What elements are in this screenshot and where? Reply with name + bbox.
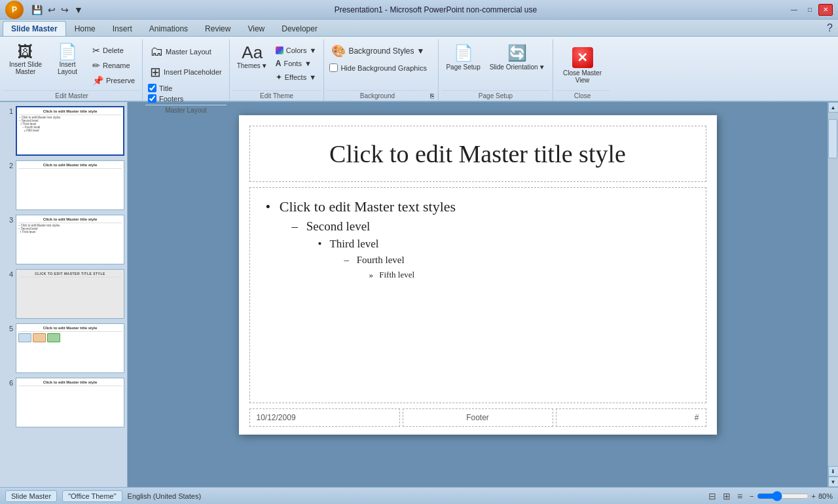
footer-page[interactable]: # [556, 408, 706, 427]
colors-button[interactable]: Colors ▼ [272, 45, 320, 56]
effects-button[interactable]: ✦ Effects ▼ [272, 71, 320, 84]
close-group-label: Close [556, 90, 610, 101]
scroll-down-arrow[interactable]: ▼ [828, 477, 839, 487]
scroll-down-double[interactable]: ⬇ [828, 466, 839, 477]
slide-sorter-button[interactable]: ⊞ [721, 490, 733, 502]
master-layout-group: 🗂 Master Layout ⊞ Insert Placeholder Tit… [143, 39, 230, 101]
slide-orientation-icon: 🔄 [507, 44, 527, 62]
preserve-icon: 📌 [92, 75, 103, 86]
preserve-button[interactable]: 📌 Preserve [89, 73, 138, 88]
customize-icon[interactable]: ▼ [73, 3, 84, 16]
effects-icon: ✦ [276, 73, 282, 82]
slide-thumb-1[interactable]: 1 Click to edit Master title style – Cli… [3, 106, 124, 156]
zoom-percent[interactable]: 80% [818, 492, 833, 500]
master-layout-content: 🗂 Master Layout ⊞ Insert Placeholder Tit… [145, 41, 227, 105]
slide-title-area[interactable]: Click to edit Master title style [249, 126, 706, 182]
content-level4-text: Fourth level [357, 255, 405, 265]
slide-thumb-2[interactable]: 2 Click to edit Master title style [3, 160, 124, 210]
fonts-icon: A [276, 59, 282, 68]
slide-thumb-4[interactable]: 4 CLICK TO EDIT MASTER TITLE STYLE [3, 269, 124, 319]
page-setup-group: 📄 Page Setup 🔄 Slide Orientation ▼ Page … [439, 39, 553, 101]
content-level3-text: Third level [329, 238, 378, 250]
delete-button[interactable]: ✂ Delete [89, 43, 138, 58]
delete-icon: ✂ [92, 45, 100, 56]
footer-date[interactable]: 10/12/2009 [249, 408, 400, 427]
slide-thumb-5[interactable]: 5 Click to edit Master title style [3, 323, 124, 373]
slide-content-area[interactable]: • Click to edit Master text styles – Sec… [249, 187, 706, 403]
tab-home[interactable]: Home [66, 21, 104, 36]
ribbon: 🖼 Insert Slide Master 📄 Insert Layout ✂ … [0, 37, 838, 102]
bullet5-icon: » [369, 270, 374, 279]
themes-button[interactable]: Aa Themes ▼ [234, 42, 271, 71]
hide-bg-checkbox-row[interactable]: Hide Background Graphics [328, 63, 428, 73]
insert-slide-master-button[interactable]: 🖼 Insert Slide Master [5, 42, 46, 77]
close-group: ✕ Close Master View Close [553, 39, 612, 101]
hide-bg-checkbox[interactable] [329, 63, 338, 72]
content-level2-text: Second level [306, 219, 371, 233]
tab-developer[interactable]: Developer [273, 21, 326, 36]
tab-insert[interactable]: Insert [104, 21, 141, 36]
page-setup-button[interactable]: 📄 Page Setup [443, 42, 483, 73]
insert-placeholder-icon: ⊞ [150, 64, 161, 80]
save-icon[interactable]: 💾 [30, 3, 44, 16]
close-master-view-label: Close Master View [563, 69, 602, 84]
slide-title-text: Click to edit Master title style [329, 140, 626, 168]
background-group: 🎨 Background Styles ▼ Hide Background Gr… [324, 39, 439, 101]
effects-dropdown-icon: ▼ [309, 73, 316, 81]
content-level5: » Fifth level [266, 270, 690, 280]
page-setup-content: 📄 Page Setup 🔄 Slide Orientation ▼ [441, 41, 549, 90]
tab-slide-master[interactable]: Slide Master [3, 21, 66, 36]
background-styles-button[interactable]: 🎨 Background Styles ▼ [328, 42, 428, 60]
office-button[interactable]: P [5, 1, 24, 19]
scroll-up-arrow[interactable]: ▲ [828, 102, 839, 113]
footer-center[interactable]: Footer [403, 408, 553, 427]
zoom-slider[interactable] [757, 491, 809, 501]
title-checkbox[interactable] [148, 84, 156, 92]
window-controls: — □ ✕ [787, 4, 833, 16]
zoom-in-icon[interactable]: + [812, 492, 816, 500]
slide-master-tab[interactable]: Slide Master [5, 490, 57, 502]
page-setup-label: Page Setup [441, 90, 549, 101]
content-level4: – Fourth level [266, 255, 690, 266]
slide-orientation-label: Slide Orientation [490, 63, 538, 71]
notes-view-button[interactable]: ≡ [735, 490, 744, 502]
undo-icon[interactable]: ↩ [46, 3, 57, 16]
maximize-button[interactable]: □ [803, 4, 817, 16]
office-theme-tab[interactable]: "Office Theme" [62, 490, 122, 502]
themes-icon: Aa [242, 44, 263, 61]
themes-label: Themes [237, 62, 261, 69]
content-level1: • Click to edit Master text styles [266, 198, 690, 215]
normal-view-button[interactable]: ⊟ [706, 490, 718, 502]
ribbon-help-icon[interactable]: ? [827, 22, 833, 34]
close-button[interactable]: ✕ [818, 4, 833, 16]
background-expand-icon[interactable]: ⎘ [430, 92, 434, 99]
slide-thumb-6[interactable]: 6 Click to edit Master title style [3, 378, 124, 427]
insert-layout-button[interactable]: 📄 Insert Layout [47, 42, 88, 77]
insert-layout-icon: 📄 [58, 44, 77, 60]
minimize-button[interactable]: — [787, 4, 801, 16]
rename-button[interactable]: ✏ Rename [89, 58, 138, 73]
titlebar: P 💾 ↩ ↪ ▼ Presentation1 - Microsoft Powe… [0, 0, 838, 20]
colors-icon [276, 46, 283, 54]
master-layout-icon: 🗂 [150, 44, 163, 59]
slide-orientation-button[interactable]: 🔄 Slide Orientation ▼ [486, 42, 549, 73]
close-master-view-button[interactable]: ✕ Close Master View [557, 42, 608, 89]
bg-styles-dropdown-icon: ▼ [416, 46, 424, 56]
tab-view[interactable]: View [239, 21, 273, 36]
fonts-button[interactable]: A Fonts ▼ [272, 57, 320, 70]
master-layout-button[interactable]: 🗂 Master Layout [147, 42, 225, 61]
scroll-thumb[interactable] [828, 119, 837, 158]
zoom-out-icon[interactable]: − [750, 492, 754, 500]
insert-placeholder-button[interactable]: ⊞ Insert Placeholder [147, 62, 225, 82]
colors-dropdown-icon: ▼ [310, 46, 317, 54]
slide-thumb-3[interactable]: 3 Click to edit Master title style – Cli… [3, 215, 124, 264]
title-checkbox-row[interactable]: Title [147, 83, 225, 93]
quick-access-toolbar: 💾 ↩ ↪ ▼ [30, 3, 84, 16]
slide-canvas[interactable]: Click to edit Master title style • Click… [239, 115, 717, 435]
scroll-track[interactable] [828, 113, 838, 466]
tab-review[interactable]: Review [196, 21, 239, 36]
ribbon-tab-bar: Slide Master Home Insert Animations Revi… [0, 20, 838, 37]
tab-animations[interactable]: Animations [141, 21, 196, 36]
redo-icon[interactable]: ↪ [60, 3, 70, 16]
window-title: Presentation1 - Microsoft PowerPoint non… [84, 5, 787, 14]
